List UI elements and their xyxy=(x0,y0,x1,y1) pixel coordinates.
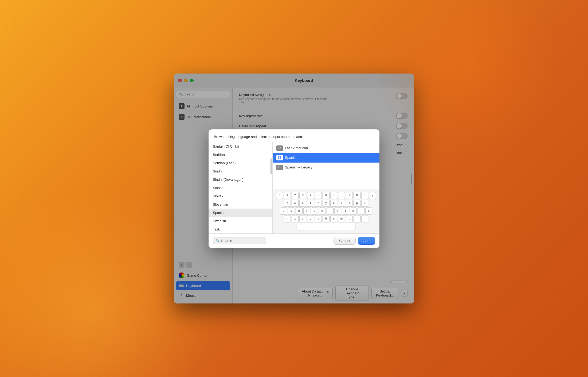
keyboard-row-3: a s d f g h j k l ñ ´ ç xyxy=(275,207,377,214)
key-y[interactable]: y xyxy=(323,200,330,207)
key-a[interactable]: a xyxy=(280,207,287,214)
lang-item-serbian[interactable]: Serbian xyxy=(209,151,272,159)
key-1[interactable]: 1 xyxy=(284,192,291,199)
lang-scrollbar[interactable] xyxy=(270,142,272,233)
key-3[interactable]: 3 xyxy=(299,192,306,199)
keyboard-row-1: ° 1 2 3 4 5 6 7 8 9 0 ' ¡ xyxy=(275,192,377,199)
key-4[interactable]: 4 xyxy=(307,192,314,199)
key-o[interactable]: o xyxy=(346,200,353,207)
lang-item-spanish[interactable]: Spanish xyxy=(209,209,272,217)
spanish-badge: ES xyxy=(276,155,283,160)
key-n[interactable]: n xyxy=(330,215,337,222)
key-u[interactable]: u xyxy=(330,200,337,207)
key-k[interactable]: k xyxy=(334,207,341,214)
key-p[interactable]: p xyxy=(354,200,360,207)
lang-item-santali[interactable]: Santali (Ol Chiki) xyxy=(209,142,272,151)
key-s[interactable]: s xyxy=(288,207,295,214)
key-m[interactable]: m xyxy=(338,215,345,222)
latin-american-label: Latin American xyxy=(285,146,308,150)
modal-overlay: Browse using language and select an inpu… xyxy=(174,74,414,303)
lang-item-sindhi-devanagari[interactable]: Sindhi (Devanagari) xyxy=(209,175,272,184)
key-7[interactable]: 7 xyxy=(330,192,337,199)
key-h[interactable]: h xyxy=(319,207,326,214)
keyboard-row-2: q w e r t y u i o p + xyxy=(275,200,377,207)
key-r[interactable]: r xyxy=(307,200,314,207)
key-9[interactable]: 9 xyxy=(346,192,353,199)
key-8[interactable]: 8 xyxy=(338,192,345,199)
spanish-label: Spanish xyxy=(285,156,297,160)
key-q[interactable]: q xyxy=(284,200,291,207)
modal-search-icon: 🔍 xyxy=(216,239,220,243)
key-t[interactable]: t xyxy=(315,200,322,207)
key-degree[interactable]: ° xyxy=(276,192,283,199)
key-l[interactable]: l xyxy=(342,207,349,214)
keyboard-preview: ° 1 2 3 4 5 6 7 8 9 0 ' ¡ xyxy=(273,189,379,233)
key-e[interactable]: e xyxy=(299,200,306,207)
key-j[interactable]: j xyxy=(327,207,334,214)
modal-body: Santali (Ol Chiki) Serbian Serbian (Lati… xyxy=(209,142,379,233)
key-6[interactable]: 6 xyxy=(323,192,330,199)
key-c[interactable]: c xyxy=(307,215,314,222)
key-5[interactable]: 5 xyxy=(315,192,322,199)
input-item-spanish[interactable]: ES Spanish xyxy=(273,153,379,163)
key-lt[interactable]: < xyxy=(284,215,291,222)
keyboard-row-5 xyxy=(275,223,377,230)
lang-item-slovak[interactable]: Slovak xyxy=(209,192,272,200)
key-b[interactable]: b xyxy=(323,215,330,222)
modal-search-input[interactable] xyxy=(221,239,266,243)
cancel-button[interactable]: Cancel xyxy=(334,237,355,245)
input-item-latin-american[interactable]: LA Latin American xyxy=(273,143,379,153)
macos-window: Keyboard 🔍 A All Input Sources A US Inte… xyxy=(174,74,414,303)
key-acute[interactable]: ´ xyxy=(358,207,364,214)
lang-item-tajik[interactable]: Tajik xyxy=(209,225,272,233)
modal-footer-buttons: Cancel Add xyxy=(334,237,375,245)
input-list: LA Latin American ES Spanish ES Spanish … xyxy=(273,142,379,189)
key-z[interactable]: z xyxy=(292,215,299,222)
key-period[interactable]: . xyxy=(354,215,360,222)
lang-item-serbian-latin[interactable]: Serbian (Latin) xyxy=(209,159,272,167)
key-w[interactable]: w xyxy=(292,200,299,207)
keyboard-row-4: < z x c v b n m , . - xyxy=(275,215,377,222)
language-list: Santali (Ol Chiki) Serbian Serbian (Lati… xyxy=(209,142,273,233)
key-plus[interactable]: + xyxy=(361,200,368,207)
spanish-legacy-label: Spanish – Legacy xyxy=(285,165,312,169)
modal-title: Browse using language and select an inpu… xyxy=(214,135,303,139)
modal-footer: 🔍 Cancel Add xyxy=(209,233,379,248)
lang-scrollbar-thumb xyxy=(271,158,272,174)
key-2[interactable]: 2 xyxy=(292,192,299,199)
key-f[interactable]: f xyxy=(303,207,310,214)
lang-item-swedish[interactable]: Swedish xyxy=(209,217,272,225)
key-d[interactable]: d xyxy=(296,207,303,214)
key-g[interactable]: g xyxy=(311,207,318,214)
key-i[interactable]: i xyxy=(338,200,345,207)
key-apos[interactable]: ' xyxy=(361,192,368,199)
modal-dialog: Browse using language and select an inpu… xyxy=(209,129,379,248)
key-c-cedilla[interactable]: ç xyxy=(365,207,372,214)
latin-american-badge: LA xyxy=(276,145,283,151)
key-ntilde[interactable]: ñ xyxy=(350,207,357,214)
lang-item-slovenian[interactable]: Slovenian xyxy=(209,200,272,209)
key-v[interactable]: v xyxy=(315,215,322,222)
add-button[interactable]: Add xyxy=(358,237,375,245)
input-item-spanish-legacy[interactable]: ES Spanish – Legacy xyxy=(273,163,379,172)
input-sources-panel: LA Latin American ES Spanish ES Spanish … xyxy=(273,142,379,233)
key-minus[interactable]: - xyxy=(361,215,368,222)
key-0[interactable]: 0 xyxy=(354,192,360,199)
modal-header: Browse using language and select an inpu… xyxy=(209,129,379,142)
lang-item-sindhi[interactable]: Sindhi xyxy=(209,167,272,175)
lang-item-sinhala[interactable]: Sinhala xyxy=(209,184,272,192)
modal-search-bar[interactable]: 🔍 xyxy=(213,237,266,244)
spanish-legacy-badge: ES xyxy=(276,165,283,170)
key-invexclaim[interactable]: ¡ xyxy=(369,192,376,199)
key-comma[interactable]: , xyxy=(346,215,353,222)
key-space[interactable] xyxy=(297,223,355,230)
key-x[interactable]: x xyxy=(299,215,306,222)
